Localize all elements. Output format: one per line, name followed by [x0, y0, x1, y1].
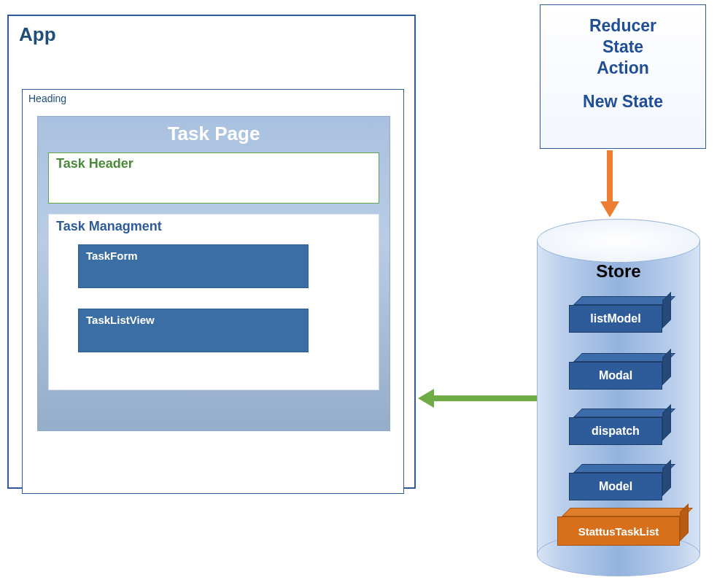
heading-label: Heading: [23, 90, 403, 107]
task-header: Task Header: [48, 152, 379, 204]
cube-list-model: listModel: [569, 305, 671, 341]
arrow-reducer-to-store: [600, 150, 619, 217]
cube-modal: Modal: [569, 362, 671, 398]
cube-model-label: Model: [599, 480, 632, 493]
task-page-title: Task Page: [38, 117, 389, 152]
reducer-line-state: State: [540, 36, 705, 58]
store-cylinder: Store listModel Modal dispatch Model: [537, 219, 700, 575]
task-form-label: TaskForm: [86, 249, 301, 262]
task-page: Task Page Task Header Task Managment Tas…: [37, 116, 390, 431]
reducer-line-new-state: New State: [540, 91, 705, 112]
reducer-line-reducer: Reducer: [540, 15, 705, 36]
task-list-view-box: TaskListView: [78, 309, 309, 352]
cube-dispatch: dispatch: [569, 417, 671, 454]
cube-dispatch-label: dispatch: [592, 425, 640, 438]
task-header-label: Task Header: [49, 153, 379, 174]
task-form-box: TaskForm: [78, 244, 309, 288]
task-management: Task Managment TaskForm TaskListView: [48, 214, 379, 390]
arrow-store-to-app: [418, 389, 538, 408]
cube-modal-label: Modal: [599, 369, 632, 382]
reducer-line-action: Action: [540, 58, 705, 79]
cube-model: Model: [569, 473, 671, 509]
heading-container: Heading Task Page Task Header Task Manag…: [22, 89, 404, 494]
cube-list-model-label: listModel: [590, 312, 640, 325]
app-container: App Heading Task Page Task Header Task M…: [7, 15, 416, 489]
cube-status-task-list: StattusTaskList: [557, 517, 693, 556]
cube-status-task-list-label: StattusTaskList: [578, 525, 659, 538]
reducer-box: Reducer State Action New State: [540, 4, 706, 149]
store-title: Store: [537, 261, 700, 282]
task-list-view-label: TaskListView: [86, 314, 301, 326]
app-title: App: [9, 16, 414, 46]
task-management-label: Task Managment: [56, 219, 371, 234]
